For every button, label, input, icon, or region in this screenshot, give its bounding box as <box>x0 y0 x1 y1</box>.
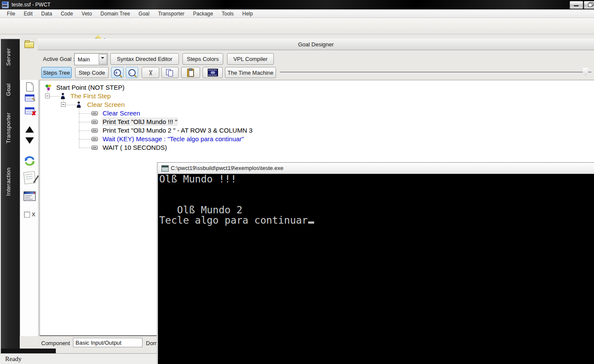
copy-icon <box>166 69 174 76</box>
start-point-icon <box>45 84 52 93</box>
cut-button[interactable]: ✂ <box>142 67 159 78</box>
copy-button[interactable] <box>161 67 179 78</box>
new-step-icon[interactable] <box>20 82 39 91</box>
checkbox-icon[interactable] <box>24 212 30 218</box>
main-toolbar: ? A ! Visual Programming Language Harbou… <box>0 18 594 34</box>
cut-icon: ✂ <box>146 70 155 76</box>
component-label: Component <box>41 340 70 346</box>
tree-connector <box>50 96 61 97</box>
step-leaf-icon <box>91 137 98 141</box>
checkbox-label: X <box>32 211 36 218</box>
tree-row: Print Text "OlĲ Mundo 2 " - AT ROW 3 & C… <box>40 126 594 135</box>
tree-row: Wait (KEY) Message : "Tecle algo para co… <box>40 135 594 143</box>
tree-connector <box>79 139 91 140</box>
menu-item-goal[interactable]: Goal <box>134 10 154 18</box>
chevron-down-icon[interactable] <box>99 54 107 64</box>
console-output: Olß Mundo !!! Olß Mundo 2Tecle algo para… <box>158 174 594 364</box>
paste-icon <box>187 69 194 77</box>
tab-step-code[interactable]: Step Code <box>75 67 109 78</box>
sidebar-grip[interactable] <box>1 37 20 39</box>
tree-connector <box>79 122 91 122</box>
console-line <box>158 184 594 194</box>
time-machine-button[interactable]: The Time Machine <box>225 67 276 78</box>
active-goal-select[interactable]: Main <box>74 53 108 65</box>
zoom-in-icon: + <box>114 69 121 76</box>
sidebar-item-goal[interactable]: Goal <box>5 83 12 96</box>
menu-item-package[interactable]: Package <box>189 10 218 18</box>
menu-item-domain-tree[interactable]: Domain Tree <box>96 10 134 18</box>
vpl-compiler-button[interactable]: VPL Compiler <box>227 53 274 65</box>
app-icon <box>2 1 9 9</box>
tree-expander-icon[interactable] <box>45 94 50 98</box>
minimize-icon <box>574 5 579 6</box>
notes-icon[interactable] <box>20 172 39 184</box>
step-leaf-icon <box>91 111 98 115</box>
tree-item-label[interactable]: WAIT ( 10 SECONDS) <box>103 144 167 151</box>
tab-steps-tree[interactable]: Steps Tree <box>41 67 72 78</box>
menu-item-file[interactable]: File <box>3 10 19 18</box>
tree-row: Clear Screen <box>40 109 594 118</box>
panel-edge <box>1 349 56 353</box>
tree-connector <box>47 91 48 94</box>
console-title-bar[interactable]: C:\pwct19\ssbuild\pwct19\exemplos\teste.… <box>158 163 594 174</box>
syntax-directed-editor-button[interactable]: Syntax Directed Editor <box>110 53 179 65</box>
option-x-checkbox[interactable]: X <box>20 211 39 218</box>
console-line: Tecle algo para continuar <box>158 215 594 225</box>
goal-designer-header: Goal Designer <box>38 39 594 50</box>
form-designer-icon[interactable] <box>20 191 39 201</box>
component-input[interactable] <box>73 338 142 347</box>
steps-colors-button[interactable]: Steps Colors <box>182 53 223 65</box>
tree-connector <box>79 148 91 148</box>
time-machine-slider-track[interactable] <box>280 72 591 73</box>
menu-item-transporter[interactable]: Transporter <box>154 10 189 18</box>
sidebar-item-transporter[interactable]: Transporter <box>5 112 12 143</box>
refresh-icon[interactable] <box>20 155 39 167</box>
edit-step-icon[interactable]: ✎ <box>20 94 39 101</box>
tree-item-label[interactable]: The First Step <box>70 92 111 100</box>
step-toolbar: ✎ ✘ X <box>20 80 39 336</box>
tree-connector <box>66 105 76 105</box>
tree-item-label[interactable]: Clear Screen <box>103 109 140 117</box>
zoom-in-button[interactable]: + <box>111 67 124 78</box>
tree-row: The First Step <box>40 92 594 100</box>
step-leaf-icon <box>91 120 98 124</box>
console-cursor <box>308 221 314 224</box>
menu-item-help[interactable]: Help <box>238 10 257 18</box>
zoom-out-icon: - <box>128 69 136 76</box>
menu-bar: FileEditDataCodeVetoDomain TreeGoalTrans… <box>0 9 594 18</box>
move-down-icon[interactable] <box>20 137 39 144</box>
title-bar: teste.ssf - PWCT <box>0 0 594 9</box>
zoom-out-button[interactable]: - <box>126 67 138 78</box>
tree-connector <box>79 113 91 114</box>
move-up-icon[interactable] <box>20 126 39 133</box>
status-text: Ready <box>5 355 21 363</box>
tree-row: Start Point (NOT STEP) <box>40 83 594 92</box>
tree-expander-icon[interactable] <box>61 102 66 107</box>
tree-item-label[interactable]: Wait (KEY) Message : "Tecle algo para co… <box>103 135 244 143</box>
tree-item-label[interactable]: Print Text "OlĲ Mundo 2 " - AT ROW 3 & C… <box>103 127 252 134</box>
sidebar-item-server[interactable]: Server <box>5 48 12 66</box>
menu-item-veto[interactable]: Veto <box>77 10 96 18</box>
window-title: teste.ssf - PWCT <box>12 2 51 8</box>
console-title: C:\pwct19\ssbuild\pwct19\exemplos\teste.… <box>171 165 283 171</box>
menu-item-code[interactable]: Code <box>56 10 77 18</box>
menu-item-data[interactable]: Data <box>37 10 56 18</box>
console-line: Olß Mundo !!! <box>158 174 594 184</box>
menu-item-tools[interactable]: Tools <box>217 10 238 18</box>
delete-step-icon[interactable]: ✘ <box>20 107 39 114</box>
open-file-icon[interactable] <box>24 39 35 49</box>
tree-item-label[interactable]: Clear Screen <box>87 101 125 108</box>
restore-button[interactable] <box>584 1 594 9</box>
menu-item-edit[interactable]: Edit <box>19 10 37 18</box>
find-step-button[interactable] <box>203 67 223 78</box>
tree-item-label[interactable]: Start Point (NOT STEP) <box>56 84 124 91</box>
tree-item-label[interactable]: Print Text "OlĲ Mundo !!! " <box>103 118 177 125</box>
time-machine-slider-thumb[interactable] <box>583 68 588 76</box>
step-leaf-icon <box>91 128 98 133</box>
sidebar-item-interaction[interactable]: Interaction <box>5 167 12 196</box>
tree-row: Clear Screen <box>40 100 594 109</box>
console-line <box>158 194 594 205</box>
tree-connector <box>63 100 64 103</box>
paste-button[interactable] <box>181 67 200 78</box>
minimize-button[interactable] <box>570 1 583 9</box>
